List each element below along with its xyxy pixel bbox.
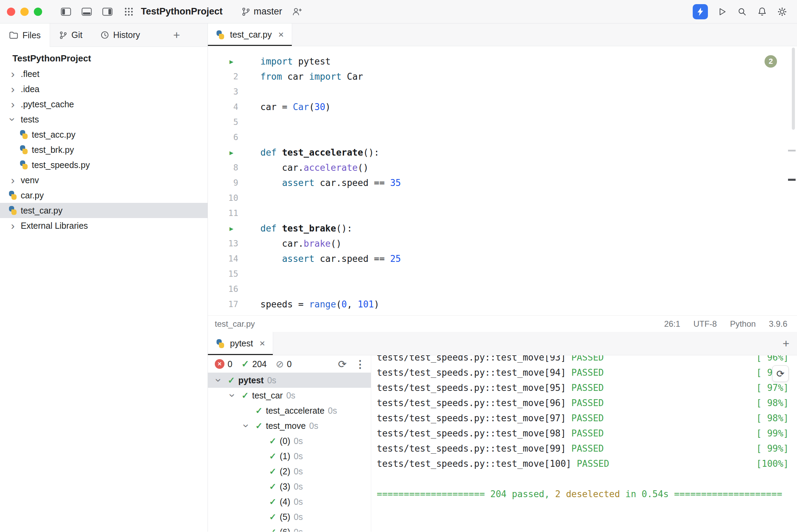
code-text: import pytest [238,56,331,67]
test-tree-item[interactable]: › ✓ pytest 0s [208,373,371,388]
console-test-path: tests/test_speeds.py::test_move[100] [377,459,577,469]
test-duration: 0s [294,466,303,476]
tab-history[interactable]: History [92,23,149,47]
console-line: tests/test_speeds.py::test_move[95] PASS… [377,380,789,395]
code-line[interactable]: 9 assert car.speed == 35 [208,175,797,190]
code-line[interactable]: 6 [208,130,797,145]
status-encoding[interactable]: UTF-8 [693,319,717,329]
test-tree-item[interactable]: › ✓ (0) 0s [208,433,371,449]
chevron-icon[interactable]: › [11,175,15,186]
toggle-bottom-panel-icon[interactable] [81,6,93,18]
panel-tab-pytest[interactable]: pytest ✕ [208,332,273,355]
test-tree-item[interactable]: › ✓ test_accelerate 0s [208,403,371,418]
file-name: test_acc.py [32,130,75,140]
line-number: 3 [233,87,238,97]
file-tree-item[interactable]: › tests [0,112,208,127]
code-line[interactable]: 15 [208,266,797,282]
file-tree-item[interactable]: › venv [0,173,208,188]
code-line[interactable]: 13 car.brake() [208,236,797,251]
file-tree-item[interactable]: › .idea [0,81,208,97]
editor-tab-test-car[interactable]: test_car.py ✕ [208,23,292,46]
console-line: tests/test_speeds.py::test_move[94] PASS… [377,365,789,380]
zoom-window-button[interactable] [34,8,42,16]
status-caret-position[interactable]: 26:1 [664,319,680,329]
close-tab-icon[interactable]: ✕ [278,31,284,39]
console-refresh-button[interactable]: ⟳ [772,365,789,382]
close-window-button[interactable] [7,8,15,16]
code-line[interactable]: 3 [208,84,797,99]
code-line[interactable]: 8 car.accelerate() [208,160,797,175]
test-tree-item[interactable]: › ✓ (2) 0s [208,464,371,479]
code-line[interactable]: 4 car = Car(30) [208,99,797,115]
status-language[interactable]: Python [730,319,756,329]
file-tree-item[interactable]: test_brk.py [0,142,208,157]
chevron-icon[interactable]: › [213,378,224,382]
code-line[interactable]: 2 from car import Car [208,69,797,84]
chevron-icon[interactable]: › [227,394,238,397]
file-tree-item[interactable]: › .fleet [0,66,208,81]
file-tree-item[interactable]: › External Libraries [0,218,208,233]
code-text: def test_brake(): [238,223,352,234]
more-options-button[interactable]: ⋮ [355,358,365,370]
code-line[interactable]: 5 [208,115,797,130]
code-line[interactable]: 10 [208,190,797,206]
code-line[interactable]: ▶ import pytest [208,54,797,69]
run-test-gutter-icon[interactable]: ▶ [230,58,233,65]
toggle-left-panel-icon[interactable] [60,6,72,18]
share-session-icon[interactable] [291,6,303,18]
chevron-icon[interactable]: › [11,68,15,79]
file-tree-item[interactable]: test_car.py [0,203,208,218]
code-line[interactable]: ▶ def test_brake(): [208,221,797,236]
git-branch-selector[interactable]: master [241,6,282,17]
settings-gear-icon[interactable] [776,6,788,18]
test-tree-item[interactable]: › ✓ (6) 0s [208,524,371,532]
file-tree-item[interactable]: car.py [0,188,208,203]
test-console[interactable]: tests/test_speeds.py::test_move[93] PASS… [371,355,797,532]
status-interpreter-version[interactable]: 3.9.6 [769,319,787,329]
code-line[interactable]: 11 [208,206,797,221]
line-number: 9 [233,178,238,188]
test-tree-item[interactable]: › ✓ test_move 0s [208,418,371,433]
test-tree-item[interactable]: › ✓ (4) 0s [208,494,371,509]
tab-git[interactable]: Git [50,23,92,47]
test-duration: 0s [286,391,295,401]
chevron-icon[interactable]: › [11,220,15,231]
search-icon[interactable] [736,6,748,18]
file-tree-item[interactable]: test_speeds.py [0,157,208,173]
code-editor[interactable]: ▶ import pytest 2 from car import Car 3 … [208,46,797,315]
tab-files[interactable]: Files [0,23,50,47]
test-passed-icon: ✓ [253,421,265,431]
code-line[interactable]: 14 assert car.speed == 25 [208,251,797,266]
rerun-tests-button[interactable]: ⟳ [338,358,347,370]
chevron-icon[interactable]: › [11,83,15,95]
panel-tab-label: pytest [230,338,253,348]
add-tool-tab-button[interactable]: + [173,28,180,42]
code-line[interactable]: 17 speeds = range(0, 101) [208,297,797,312]
file-tree-item[interactable]: › .pytest_cache [0,97,208,112]
code-line[interactable]: 16 [208,282,797,297]
run-test-gutter-icon[interactable]: ▶ [230,149,233,156]
test-tree-item[interactable]: › ✓ (1) 0s [208,449,371,464]
file-tree-item[interactable]: test_acc.py [0,127,208,142]
clock-icon [100,31,109,39]
chevron-icon[interactable]: › [241,424,252,428]
code-line[interactable]: ▶ def test_accelerate(): [208,145,797,160]
smart-mode-button[interactable] [693,4,708,19]
test-tree-item[interactable]: › ✓ (3) 0s [208,479,371,494]
console-test-path: tests/test_speeds.py::test_move[93] [377,355,572,363]
chevron-icon[interactable]: › [11,99,15,110]
workspaces-grid-icon[interactable] [123,6,135,18]
editor-scrollbar[interactable] [792,48,795,130]
chevron-icon[interactable]: › [7,118,18,121]
close-tab-icon[interactable]: ✕ [259,339,266,348]
run-icon[interactable] [716,6,728,18]
test-tree-item[interactable]: › ✓ test_car 0s [208,388,371,403]
minimize-window-button[interactable] [20,8,29,16]
toggle-right-panel-icon[interactable] [102,6,113,18]
project-root-item[interactable]: TestPythonProject [0,50,208,66]
problems-count-badge[interactable]: 2 [765,55,777,68]
notifications-bell-icon[interactable] [756,6,768,18]
test-tree-item[interactable]: › ✓ (5) 0s [208,509,371,524]
run-test-gutter-icon[interactable]: ▶ [230,225,233,232]
add-panel-tab-button[interactable]: + [782,332,789,355]
